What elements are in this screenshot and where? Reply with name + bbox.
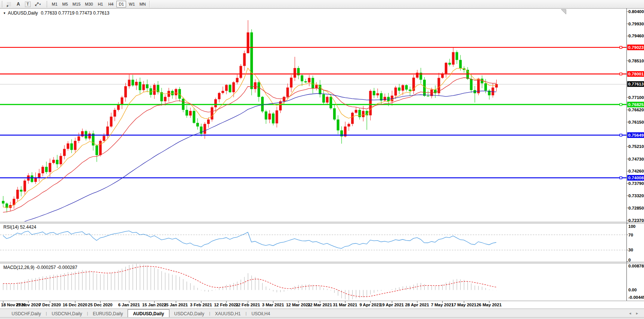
svg-text:30: 30 bbox=[628, 248, 633, 252]
rsi-indicator-label: RSI(14) 52.4424 bbox=[3, 224, 36, 230]
svg-text:0.77613: 0.77613 bbox=[628, 82, 644, 86]
svg-text:0.74260: 0.74260 bbox=[628, 169, 644, 173]
svg-text:19 Apr 2021: 19 Apr 2021 bbox=[380, 303, 404, 307]
price-axis: 0.804000.799300.794600.785100.771000.766… bbox=[626, 8, 644, 301]
svg-text:0.73790: 0.73790 bbox=[628, 181, 644, 186]
price-level-lines bbox=[0, 46, 626, 179]
macd-pane: 0.0087820.00-0.004451 bbox=[3, 264, 644, 300]
timeframe-button-d1[interactable]: D1 bbox=[116, 1, 126, 7]
svg-text:3 Mar 2021: 3 Mar 2021 bbox=[262, 303, 284, 307]
expert-f-button[interactable]: F bbox=[5, 1, 13, 7]
svg-text:22 Feb 2021: 22 Feb 2021 bbox=[236, 303, 260, 307]
svg-text:0.72850: 0.72850 bbox=[628, 206, 644, 210]
chart-tab-bar: USDCHF,Daily|USDCNH,Daily|EURUSD,DailyAU… bbox=[0, 309, 644, 318]
svg-text:27 Nov 2020: 27 Nov 2020 bbox=[16, 303, 41, 307]
toolbar-separator bbox=[149, 1, 150, 7]
toolbar-grip[interactable] bbox=[1, 1, 3, 7]
svg-text:0.80400: 0.80400 bbox=[628, 9, 644, 14]
symbol-tab-audusd[interactable]: AUDUSD,Daily bbox=[128, 309, 169, 318]
svg-text:70: 70 bbox=[628, 233, 633, 237]
date-axis: 18 Nov 202027 Nov 20207 Dec 202016 Dec 2… bbox=[1, 301, 502, 307]
text-box-button[interactable]: T bbox=[23, 1, 32, 7]
svg-text:28 Apr 2021: 28 Apr 2021 bbox=[405, 303, 429, 307]
level-handle[interactable] bbox=[620, 103, 622, 106]
svg-text:26 May 2021: 26 May 2021 bbox=[476, 303, 502, 307]
level-handle[interactable] bbox=[620, 73, 622, 75]
timeframe-button-m15[interactable]: M15 bbox=[71, 1, 82, 7]
svg-text:0.78510: 0.78510 bbox=[628, 59, 644, 63]
letter-a-icon: A bbox=[17, 1, 20, 7]
level-handle[interactable] bbox=[620, 177, 622, 179]
letter-t-icon: T bbox=[25, 1, 31, 7]
symbol-tab-xauusd[interactable]: XAUUSD,H1 bbox=[210, 310, 246, 318]
level-handle[interactable] bbox=[620, 134, 622, 136]
dropdown-caret-icon: ▾ bbox=[39, 3, 41, 6]
svg-text:25 Dec 2020: 25 Dec 2020 bbox=[88, 303, 113, 307]
svg-text:0.79930: 0.79930 bbox=[628, 22, 644, 26]
chart-shift-marker-icon[interactable] bbox=[561, 9, 566, 14]
svg-text:16 Dec 2020: 16 Dec 2020 bbox=[63, 303, 87, 307]
svg-text:100: 100 bbox=[628, 224, 635, 229]
timeframe-button-m5[interactable]: M5 bbox=[60, 1, 70, 7]
svg-text:0.75649: 0.75649 bbox=[628, 133, 644, 137]
svg-text:17 May 2021: 17 May 2021 bbox=[451, 303, 477, 307]
svg-text:0.78001: 0.78001 bbox=[628, 72, 644, 76]
svg-text:0.76150: 0.76150 bbox=[628, 120, 644, 124]
svg-text:31 Mar 2021: 31 Mar 2021 bbox=[333, 303, 357, 307]
svg-text:0.74008: 0.74008 bbox=[628, 176, 644, 180]
symbol-tab-usoil[interactable]: USOil,H4 bbox=[247, 310, 275, 318]
macd-indicator-label: MACD(12,26,9) -0.000257 -0.000287 bbox=[3, 265, 77, 270]
svg-text:15 Jan 2021: 15 Jan 2021 bbox=[142, 303, 166, 307]
symbol-tab-eurusd[interactable]: EURUSD,Daily bbox=[88, 310, 128, 318]
svg-text:0.008782: 0.008782 bbox=[628, 264, 644, 268]
svg-text:0.76825: 0.76825 bbox=[628, 102, 644, 107]
tab-scroll-right-icon[interactable]: ► bbox=[635, 312, 639, 315]
chart-collapse-icon[interactable]: ▼ bbox=[3, 12, 6, 15]
symbol-tab-usdchf[interactable]: USDCHF,Daily bbox=[7, 310, 46, 318]
toolbar: F A T ⤢ ▾ M1M5M15M30H1H4D1W1MN bbox=[0, 0, 644, 9]
cursor-arrows-button[interactable]: ⤢ ▾ bbox=[33, 1, 43, 7]
toolbar-grip[interactable] bbox=[46, 1, 48, 7]
timeframe-button-m1[interactable]: M1 bbox=[50, 1, 59, 7]
timeframe-button-mn[interactable]: MN bbox=[138, 1, 148, 7]
chart-canvas[interactable]: 0.804000.799300.794600.785100.771000.766… bbox=[0, 8, 644, 309]
svg-text:6 Jan 2021: 6 Jan 2021 bbox=[118, 303, 140, 307]
svg-text:0.76620: 0.76620 bbox=[628, 108, 644, 112]
svg-text:3 Feb 2021: 3 Feb 2021 bbox=[190, 303, 212, 307]
timeframe-button-h4[interactable]: H4 bbox=[106, 1, 116, 7]
ma-line-20 bbox=[3, 78, 496, 212]
svg-text:22 Mar 2021: 22 Mar 2021 bbox=[308, 303, 332, 307]
timeframe-button-h1[interactable]: H1 bbox=[96, 1, 105, 7]
svg-text:0: 0 bbox=[628, 258, 631, 262]
tab-scroll-left-icon[interactable]: ◄ bbox=[628, 312, 632, 315]
moving-average-lines bbox=[3, 68, 496, 227]
symbol-tab-usdcad[interactable]: USDCAD,Daily bbox=[169, 310, 209, 318]
chart-symbol-label: AUDUSD,Daily bbox=[8, 10, 38, 16]
rsi-line bbox=[3, 231, 496, 248]
svg-text:0.75210: 0.75210 bbox=[628, 144, 644, 149]
svg-text:0.79460: 0.79460 bbox=[628, 34, 644, 38]
svg-text:7 May 2021: 7 May 2021 bbox=[431, 303, 454, 307]
ma-line-8 bbox=[3, 68, 496, 207]
timeframe-button-w1[interactable]: W1 bbox=[127, 1, 137, 7]
svg-text:0.74730: 0.74730 bbox=[628, 157, 644, 161]
svg-text:0.77100: 0.77100 bbox=[628, 95, 644, 100]
macd-signal-line bbox=[3, 266, 496, 297]
chart-title: ▼AUDUSD,Daily0.77633 0.77719 0.77473 0.7… bbox=[3, 10, 109, 16]
svg-text:12 Feb 2021: 12 Feb 2021 bbox=[214, 303, 239, 307]
svg-text:12 Mar 2021: 12 Mar 2021 bbox=[286, 303, 311, 307]
diagonal-arrows-icon: ⤢ bbox=[35, 2, 39, 6]
symbol-tab-usdcnh[interactable]: USDCNH,Daily bbox=[47, 310, 87, 318]
timeframe-button-m30[interactable]: M30 bbox=[83, 1, 95, 7]
chart-ohlc-values: 0.77633 0.77719 0.77473 0.77613 bbox=[41, 10, 110, 16]
level-handle[interactable] bbox=[620, 46, 622, 49]
svg-text:0.00: 0.00 bbox=[628, 288, 637, 292]
status-bar bbox=[0, 317, 644, 319]
candlesticks bbox=[2, 20, 498, 213]
svg-text:7 Dec 2020: 7 Dec 2020 bbox=[39, 303, 61, 307]
text-label-button[interactable]: A bbox=[14, 1, 22, 7]
tab-scroll-buttons: ◄ ► bbox=[628, 312, 639, 315]
ma-line-55 bbox=[3, 91, 496, 227]
svg-text:0.73320: 0.73320 bbox=[628, 193, 644, 198]
rsi-pane: 10070300 bbox=[0, 223, 635, 262]
